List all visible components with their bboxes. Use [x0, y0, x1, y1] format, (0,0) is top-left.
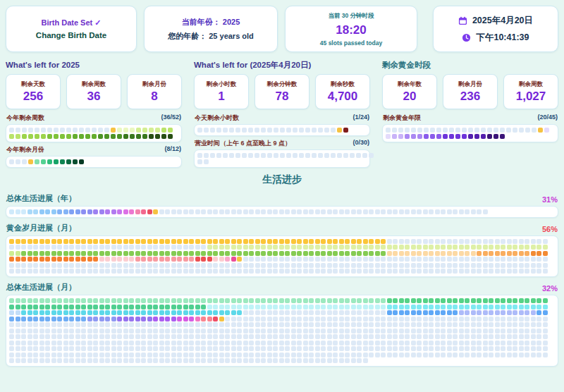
square — [87, 269, 92, 274]
square — [16, 334, 20, 339]
square — [405, 346, 410, 351]
square — [495, 245, 500, 250]
square — [399, 305, 404, 310]
square — [249, 239, 254, 244]
square — [51, 269, 56, 274]
square — [195, 257, 200, 262]
square — [537, 245, 541, 250]
square — [33, 298, 38, 303]
square — [489, 322, 494, 327]
square — [356, 153, 361, 158]
square — [280, 128, 285, 133]
square — [321, 322, 326, 327]
square — [333, 269, 338, 274]
square — [60, 128, 65, 133]
square — [447, 310, 452, 315]
square — [321, 353, 326, 357]
square — [243, 257, 248, 262]
square — [219, 317, 224, 321]
square — [21, 341, 26, 345]
square — [16, 128, 20, 133]
square — [261, 334, 266, 339]
square — [513, 334, 517, 339]
square — [161, 128, 166, 133]
square — [171, 341, 176, 345]
square — [285, 353, 290, 357]
square — [315, 209, 320, 214]
square — [465, 263, 470, 268]
square — [424, 128, 429, 133]
square — [345, 263, 350, 268]
square — [99, 329, 104, 333]
square — [105, 298, 110, 303]
change-birth-date-button[interactable]: Change Birth Date — [36, 31, 106, 39]
square — [183, 209, 188, 214]
square — [525, 305, 529, 310]
square — [69, 251, 74, 256]
square — [351, 305, 356, 310]
square — [75, 257, 80, 262]
square — [201, 334, 206, 339]
square — [171, 269, 176, 274]
square — [207, 251, 212, 256]
square — [453, 334, 458, 339]
square — [21, 209, 26, 214]
square — [207, 322, 212, 327]
square — [435, 353, 440, 357]
square — [279, 353, 284, 357]
square — [177, 269, 182, 274]
square — [435, 341, 440, 345]
square — [153, 353, 158, 357]
square — [207, 298, 212, 303]
square — [321, 310, 326, 315]
square — [165, 310, 170, 315]
square — [219, 329, 224, 333]
square — [411, 257, 416, 262]
square — [543, 269, 548, 274]
square — [375, 310, 380, 315]
square — [291, 353, 296, 357]
square — [141, 346, 146, 351]
square — [189, 298, 194, 303]
square — [465, 346, 470, 351]
square — [339, 346, 344, 351]
square — [9, 134, 14, 139]
square — [345, 329, 350, 333]
square — [21, 334, 26, 339]
square — [93, 251, 98, 256]
square — [213, 346, 218, 351]
square — [351, 209, 356, 214]
square — [369, 329, 374, 333]
square — [345, 358, 350, 363]
square — [60, 159, 65, 164]
square — [489, 239, 494, 244]
square — [399, 245, 404, 250]
square — [261, 245, 266, 250]
square — [513, 239, 517, 244]
square — [531, 346, 536, 351]
square — [16, 298, 20, 303]
square — [189, 239, 194, 244]
square — [142, 134, 147, 139]
square — [207, 305, 212, 310]
square — [129, 346, 134, 351]
square — [351, 263, 356, 268]
square — [291, 317, 296, 321]
square — [321, 346, 326, 351]
square — [339, 269, 344, 274]
square — [135, 263, 140, 268]
square — [465, 239, 470, 244]
square — [171, 353, 176, 357]
square — [501, 341, 505, 345]
square — [429, 305, 434, 310]
square — [291, 310, 296, 315]
square — [411, 322, 416, 327]
square — [33, 305, 38, 310]
square — [532, 128, 537, 133]
square — [477, 263, 482, 268]
square — [471, 329, 476, 333]
square — [429, 251, 434, 256]
square — [369, 298, 374, 303]
golden-years-bar-label: 剩余黄金年限 — [383, 114, 421, 123]
overall-months-grid — [6, 295, 558, 367]
